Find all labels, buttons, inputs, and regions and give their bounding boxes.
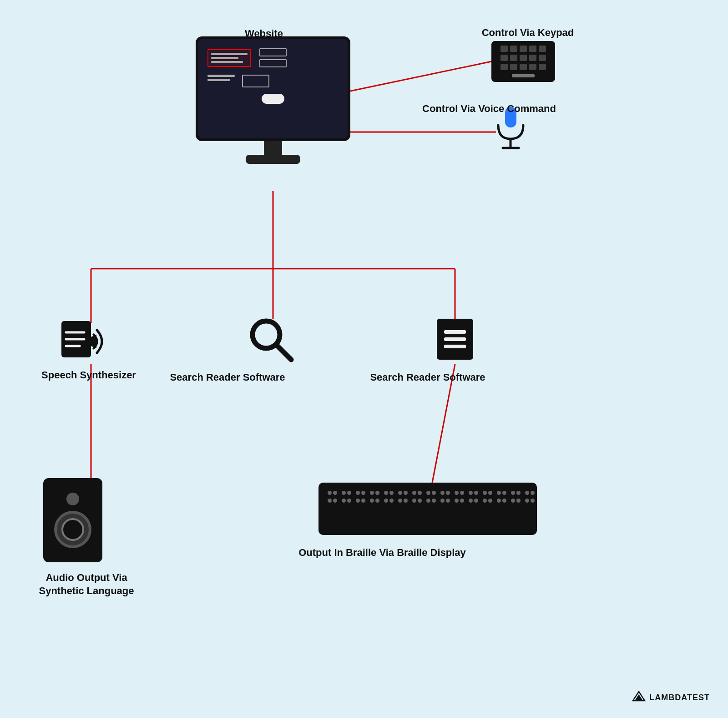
lambdatest-text: LAMBDATEST [649,693,710,703]
key [520,64,527,70]
lambdatest-logo: LAMBDATEST [632,691,710,704]
speech-synthesizer-icon [59,319,109,364]
spacebar-key [512,74,535,77]
speaker-big-circle [54,511,91,548]
diagram-container: Website Control Via Keypad [0,0,728,718]
key [529,55,536,61]
screen-content [207,48,339,87]
key [520,55,527,61]
key-row-3 [500,64,546,70]
speaker-small-dot [66,493,79,505]
key [520,46,527,52]
speaker-icon [43,478,102,562]
braille-row-1 [328,491,528,495]
lambdatest-icon [632,691,646,704]
braille-row-2 [328,499,528,503]
key [539,46,546,52]
svg-line-18 [276,345,291,360]
key [500,55,508,61]
connection-lines [0,0,728,718]
audio-output-label: Audio Output Via Synthetic Language [34,571,139,597]
screen-box-2 [259,59,287,67]
keyboard-icon [491,41,555,82]
monitor-screen [196,36,350,141]
control-voice-label: Control Via Voice Command [410,102,569,116]
monitor-icon [196,36,350,164]
key [510,55,517,61]
screen-toggle [262,94,284,104]
key [529,46,536,52]
speech-synthesizer-label: Speech Synthesizer [41,369,136,382]
monitor-base [246,155,300,164]
key [539,55,546,61]
key [529,64,536,70]
svg-line-0 [350,61,491,91]
braille-output-label: Output In Braille Via Braille Display [291,546,473,560]
control-keypad-label: Control Via Keypad [464,26,592,40]
reader-line-1 [444,330,466,334]
key-row-2 [500,55,546,61]
key [539,64,546,70]
reader-line-2 [444,337,466,341]
reader-line-3 [444,345,466,348]
search-reader-icon-1 [246,314,296,364]
reader-icon [437,319,473,360]
monitor-neck [264,141,282,155]
key [500,46,508,52]
search-reader-label-2: Search Reader Software [364,371,491,384]
svg-marker-16 [91,335,96,348]
key [500,64,508,70]
speaker-big-inner [61,518,84,541]
screen-box-1 [259,48,287,56]
key-row-1 [500,46,546,52]
screen-box-3 [242,75,269,87]
screen-selected-block [207,49,251,67]
search-reader-label-1: Search Reader Software [164,371,291,384]
website-label: Website [218,27,309,41]
braille-display-icon [318,483,537,535]
key [510,64,517,70]
key [510,46,517,52]
